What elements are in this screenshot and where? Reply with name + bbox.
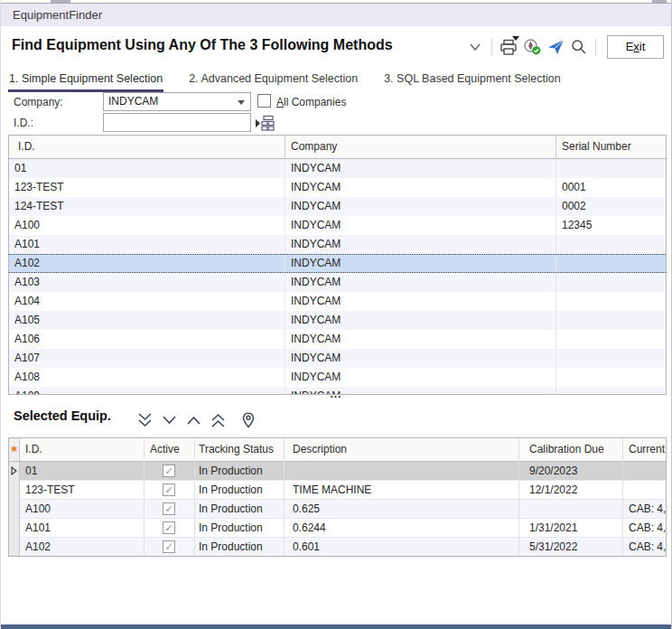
exit-button[interactable]: Exit (607, 35, 664, 59)
compass-check-icon (523, 38, 542, 56)
double-chevron-down-icon (136, 411, 154, 429)
equipment-results-grid: I.D. Company Serial Number 01INDYCAM 123… (8, 135, 667, 395)
toolbar: Exit (463, 34, 664, 60)
search-icon (571, 39, 587, 55)
table-row-selected[interactable]: A102INDYCAM (9, 254, 666, 273)
window-bottom-border (1, 624, 671, 629)
column-header-current-location[interactable]: Current L (629, 438, 667, 461)
table-row[interactable]: A103INDYCAM (9, 273, 666, 292)
table-row[interactable]: A105INDYCAM (9, 311, 666, 330)
table-row-selected[interactable]: 01 ✓ In Production 9/20/2023 (9, 462, 666, 481)
send-button[interactable] (544, 35, 567, 59)
column-header-active[interactable]: Active (150, 438, 180, 461)
table-row[interactable]: 01INDYCAM (9, 159, 666, 178)
page-title: Find Equipment Using Any Of The 3 Follow… (12, 37, 393, 53)
chevron-down-icon (238, 100, 245, 105)
table-lookup-icon (255, 115, 275, 132)
company-label: Company: (14, 96, 63, 108)
active-checkbox[interactable]: ✓ (163, 521, 175, 534)
check-icon: ✓ (163, 541, 174, 552)
active-checkbox[interactable]: ✓ (163, 540, 175, 553)
column-divider (284, 438, 285, 556)
asterisk-icon: ✱ (11, 446, 18, 454)
selected-equip-label: Selected Equip. (14, 408, 111, 423)
row-indicator (9, 500, 20, 518)
results-grid-header: I.D. Company Serial Number (9, 136, 666, 159)
window-titlebar[interactable]: EquipmentFinder (1, 3, 671, 26)
all-companies-checkbox[interactable] (257, 94, 271, 108)
chevron-down-icon (469, 42, 481, 52)
toolbar-separator (491, 38, 492, 56)
active-checkbox[interactable]: ✓ (163, 483, 175, 496)
move-all-up-button[interactable] (206, 409, 230, 431)
column-divider (285, 136, 285, 159)
chevron-down-icon (162, 415, 177, 426)
column-header-calibration-due[interactable]: Calibration Due (529, 438, 604, 461)
grid-splitter-handle[interactable]: ... (1, 390, 671, 400)
table-row[interactable]: 124-TESTINDYCAM0002 (9, 197, 666, 216)
column-divider (194, 438, 195, 556)
id-input[interactable] (103, 113, 251, 132)
paper-plane-icon (547, 39, 565, 55)
chevron-up-icon (186, 415, 201, 426)
table-row[interactable]: A108INDYCAM (9, 368, 666, 387)
tab-advanced-equipment-selection[interactable]: 2. Advanced Equipment Selection (188, 70, 359, 92)
search-button[interactable] (567, 35, 591, 59)
table-row[interactable]: A101 ✓ In Production 0.6244 1/31/2021 CA… (9, 519, 666, 538)
check-icon: ✓ (163, 465, 174, 476)
verify-button[interactable] (520, 35, 544, 59)
location-pin-icon (240, 411, 257, 429)
id-browse-button[interactable] (254, 114, 275, 132)
table-row[interactable]: A100INDYCAM12345 (9, 216, 666, 235)
selected-grid-header: ✱ I.D. Active Tracking Status Descriptio… (9, 438, 666, 462)
column-header-company[interactable]: Company (291, 136, 337, 158)
column-divider (285, 159, 285, 394)
row-indicator-header: ✱ (9, 438, 20, 461)
column-header-description[interactable]: Description (293, 438, 347, 461)
column-header-id[interactable]: I.D. (18, 136, 35, 158)
active-checkbox[interactable]: ✓ (163, 502, 175, 515)
check-icon: ✓ (163, 484, 174, 495)
column-header-id[interactable]: I.D. (25, 438, 42, 461)
double-chevron-up-icon (210, 411, 227, 429)
column-divider (555, 136, 556, 159)
check-icon: ✓ (163, 503, 174, 514)
current-row-indicator (9, 462, 20, 480)
column-header-tracking-status[interactable]: Tracking Status (199, 438, 274, 461)
table-row[interactable]: A106INDYCAM (9, 330, 666, 349)
tab-bar: 1. Simple Equipment Selection 2. Advance… (8, 70, 562, 92)
active-checkbox[interactable]: ✓ (163, 465, 175, 477)
selected-equip-grid: ✱ I.D. Active Tracking Status Descriptio… (8, 437, 667, 557)
toolbar-separator (595, 38, 596, 56)
printer-icon (499, 39, 518, 56)
company-dropdown[interactable]: INDYCAM (103, 92, 251, 111)
window-title: EquipmentFinder (13, 8, 102, 22)
column-divider (622, 438, 623, 556)
table-row[interactable]: A104INDYCAM (9, 292, 666, 311)
equipmentfinder-window: EquipmentFinder Find Equipment Using Any… (0, 0, 672, 629)
selected-equip-toolbar (133, 409, 260, 431)
move-down-button[interactable] (157, 409, 182, 431)
move-all-down-button[interactable] (133, 409, 157, 431)
tab-simple-equipment-selection[interactable]: 1. Simple Equipment Selection (8, 70, 163, 92)
row-indicator (9, 481, 20, 499)
toolbar-expand-button[interactable] (463, 35, 487, 59)
column-divider (144, 438, 145, 556)
print-button[interactable] (497, 35, 520, 59)
id-label: I.D.: (14, 117, 33, 129)
tab-sql-based-equipment-selection[interactable]: 3. SQL Based Equipment Selection (383, 70, 562, 92)
table-row[interactable]: 123-TEST ✓ In Production TIME MACHINE 12… (9, 481, 666, 500)
check-icon: ✓ (163, 522, 174, 533)
table-row[interactable]: A101INDYCAM (9, 235, 666, 254)
move-up-button[interactable] (182, 409, 206, 431)
table-row[interactable]: A100 ✓ In Production 0.625 CAB: 4, SH (9, 500, 666, 519)
locate-button[interactable] (236, 409, 260, 431)
table-row[interactable]: 123-TESTINDYCAM0001 (9, 178, 666, 197)
all-companies-label: All Companies (276, 96, 346, 108)
print-dropdown-caret-icon (512, 36, 519, 41)
row-indicator (9, 538, 20, 556)
table-row[interactable]: A102 ✓ In Production 0.601 5/31/2022 CAB… (9, 538, 666, 557)
table-row[interactable]: A107INDYCAM (9, 349, 666, 368)
column-divider (518, 438, 519, 556)
column-header-serial-number[interactable]: Serial Number (562, 136, 631, 158)
